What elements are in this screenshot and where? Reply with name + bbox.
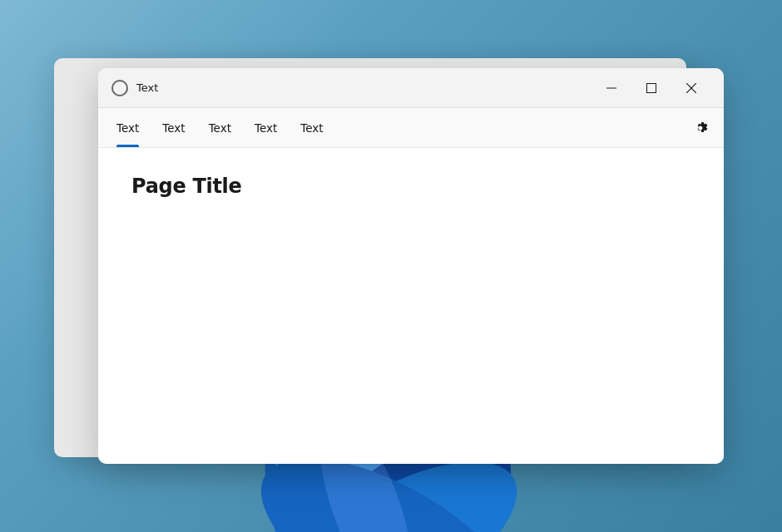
nav-bar: Text Text Text Text Text <box>98 108 724 148</box>
gear-icon <box>693 121 708 135</box>
nav-tab-4[interactable]: Text <box>243 108 289 147</box>
settings-button[interactable] <box>684 111 717 145</box>
minimize-icon <box>606 83 616 93</box>
main-window: Text Text <box>98 68 724 464</box>
title-bar: Text <box>98 68 724 108</box>
nav-tab-2[interactable]: Text <box>151 108 196 147</box>
page-title: Page Title <box>131 175 690 198</box>
app-icon <box>111 80 128 96</box>
minimize-button[interactable] <box>592 75 631 101</box>
maximize-button[interactable] <box>632 75 671 101</box>
maximize-icon <box>646 83 656 93</box>
close-button[interactable] <box>672 75 710 101</box>
window-controls <box>592 75 710 101</box>
svg-rect-10 <box>606 87 616 88</box>
title-bar-left: Text <box>111 80 592 96</box>
svg-rect-11 <box>647 83 656 92</box>
app-title: Text <box>136 81 158 94</box>
close-icon <box>686 83 696 93</box>
nav-tab-1[interactable]: Text <box>105 108 151 147</box>
nav-tabs: Text Text Text Text Text <box>105 108 684 147</box>
nav-tab-5[interactable]: Text <box>289 108 334 147</box>
nav-tab-3[interactable]: Text <box>197 108 243 147</box>
content-area: Page Title <box>98 148 724 464</box>
